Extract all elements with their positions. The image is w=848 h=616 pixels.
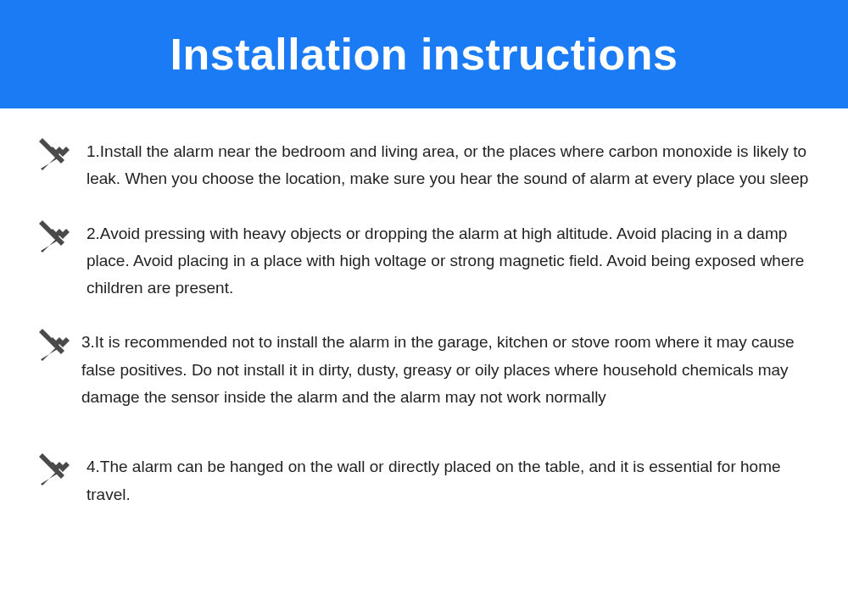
header-banner: Installation instructions — [0, 0, 848, 108]
instruction-text: 1.Install the alarm near the bedroom and… — [86, 138, 814, 193]
instruction-item: 1.Install the alarm near the bedroom and… — [34, 138, 814, 193]
instruction-text: 4.The alarm can be hanged on the wall or… — [86, 453, 814, 508]
instructions-list: 1.Install the alarm near the bedroom and… — [0, 108, 848, 508]
instruction-item: 4.The alarm can be hanged on the wall or… — [34, 453, 814, 508]
hammer-tools-icon — [34, 325, 75, 366]
instruction-text: 2.Avoid pressing with heavy objects or d… — [86, 220, 814, 302]
hammer-tools-icon — [34, 135, 75, 175]
hammer-tools-icon — [34, 450, 75, 491]
instruction-item: 2.Avoid pressing with heavy objects or d… — [34, 220, 814, 302]
page-title: Installation instructions — [170, 29, 678, 80]
hammer-tools-icon — [34, 217, 75, 258]
instruction-text: 3.It is recommended not to install the a… — [81, 329, 814, 411]
instruction-item: 3.It is recommended not to install the a… — [34, 329, 814, 411]
